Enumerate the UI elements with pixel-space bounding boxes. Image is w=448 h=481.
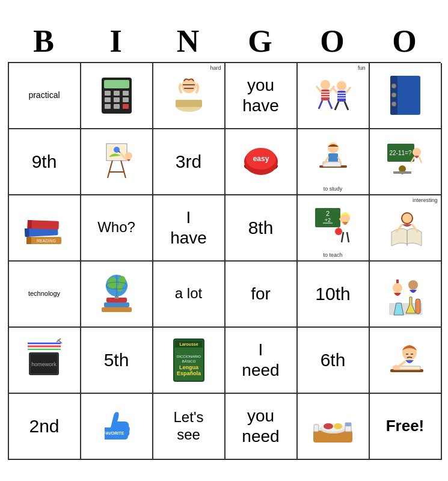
fun-label: fun	[358, 65, 366, 71]
svg-text:Española: Española	[177, 370, 201, 376]
cell-r4-c3: a lot	[153, 262, 226, 328]
cell-r5-c1: homework	[9, 328, 81, 394]
bingo-card: B I N G O O practical	[8, 21, 441, 459]
teaching-math-icon: 22-11=?	[384, 139, 426, 184]
cell-r3-c5: 2 +2 to teach	[298, 195, 370, 262]
svg-rect-5	[105, 97, 111, 102]
cell-r6-c3: Let'ssee	[153, 394, 226, 460]
cell-text: 5th	[104, 349, 129, 371]
cell-text: Let'ssee	[174, 409, 204, 444]
cell-r4-c4: for	[226, 262, 298, 328]
svg-point-38	[391, 102, 396, 106]
cell-r6-c4: youneed	[226, 394, 298, 460]
cell-text: a lot	[175, 285, 202, 302]
cell-text: Who?	[97, 219, 135, 236]
cell-r2-c1: 9th	[9, 129, 81, 195]
svg-point-83	[402, 213, 412, 223]
svg-point-37	[391, 93, 396, 97]
svg-rect-66	[26, 237, 31, 244]
svg-rect-8	[105, 104, 111, 109]
cell-r4-c1: technology	[9, 262, 81, 328]
svg-text:2: 2	[325, 210, 329, 217]
svg-point-93	[118, 276, 126, 286]
svg-point-100	[408, 280, 418, 290]
hard-label: hard	[210, 65, 221, 71]
cell-text: practical	[28, 90, 60, 100]
svg-rect-6	[114, 97, 120, 102]
svg-rect-64	[393, 171, 411, 174]
painting-icon	[96, 139, 138, 184]
jumping-icon	[310, 73, 355, 118]
homework-icon: homework	[22, 337, 67, 382]
cell-r2-c4: easy	[226, 129, 298, 195]
to-study-label: to study	[324, 186, 343, 192]
binder-icon	[385, 73, 425, 118]
cell-r1-c1: practical	[9, 63, 81, 129]
cell-text: technology	[28, 290, 60, 298]
cell-r1-c6	[370, 63, 442, 129]
cell-r5-c6	[370, 328, 442, 394]
cell-text: youhave	[242, 75, 279, 115]
svg-point-99	[393, 283, 402, 293]
cell-r2-c6: 22-11=?	[370, 129, 442, 195]
svg-point-45	[125, 152, 132, 159]
cell-r2-c2	[81, 129, 153, 195]
letter-b: B	[8, 21, 80, 61]
svg-rect-132	[314, 424, 319, 432]
svg-rect-10	[123, 104, 129, 109]
svg-point-16	[321, 80, 330, 90]
svg-line-32	[335, 102, 339, 110]
cell-r1-c5: fun	[298, 63, 370, 129]
studying-icon	[312, 139, 354, 184]
svg-line-62	[419, 157, 422, 163]
svg-rect-17	[321, 90, 330, 100]
cell-r3-c2: Who?	[81, 195, 153, 262]
svg-line-81	[347, 232, 349, 242]
svg-rect-12	[176, 100, 202, 107]
cell-text: 6th	[321, 349, 346, 371]
interesting-reading-icon	[384, 205, 426, 250]
svg-rect-70	[28, 220, 32, 228]
svg-point-52	[328, 142, 339, 153]
svg-line-23	[319, 100, 322, 109]
svg-rect-69	[28, 220, 59, 230]
cell-r1-c3: hard	[153, 63, 226, 129]
svg-rect-98	[416, 299, 420, 314]
to-teach-label: to teach	[323, 252, 342, 258]
svg-text:easy: easy	[253, 155, 269, 163]
svg-line-80	[342, 232, 343, 242]
cell-r1-c4: youhave	[226, 63, 298, 129]
svg-text:+2: +2	[324, 217, 330, 223]
cell-r1-c2	[81, 63, 153, 129]
svg-rect-9	[114, 104, 120, 109]
svg-text:FAVORITE: FAVORITE	[103, 431, 124, 435]
svg-rect-2	[105, 91, 111, 96]
dictionary-icon: Larousse DICCIONARIO BÁSICO Lengua Españ…	[169, 336, 208, 384]
cell-r6-c5	[298, 394, 370, 460]
interesting-label: interesting	[413, 197, 438, 203]
cell-text: Free!	[386, 417, 425, 435]
cell-r3-c3: Ihave	[153, 195, 226, 262]
svg-rect-131	[345, 423, 351, 426]
svg-point-25	[337, 81, 346, 91]
cell-text: 3rd	[176, 151, 201, 173]
cell-r3-c4: 8th	[226, 195, 298, 262]
cell-r4-c5: 10th	[298, 262, 370, 328]
letter-o1: O	[296, 21, 369, 61]
svg-point-60	[413, 148, 421, 156]
svg-text:Lengua: Lengua	[179, 364, 199, 370]
svg-line-21	[316, 86, 321, 92]
cell-text: youneed	[242, 406, 279, 446]
svg-rect-68	[25, 228, 29, 236]
svg-line-33	[345, 102, 348, 110]
bored-student-icon	[384, 336, 426, 384]
cell-r3-c1: READING	[9, 195, 81, 262]
svg-text:Larousse: Larousse	[179, 342, 198, 346]
svg-rect-26	[337, 91, 346, 102]
favorite-icon: FAVORITE	[96, 403, 138, 449]
svg-text:DICCIONARIO: DICCIONARIO	[177, 355, 201, 358]
cell-r6-c2: FAVORITE	[81, 394, 153, 460]
svg-rect-4	[123, 91, 129, 96]
books-icon: READING	[22, 207, 67, 249]
svg-point-78	[335, 228, 342, 235]
